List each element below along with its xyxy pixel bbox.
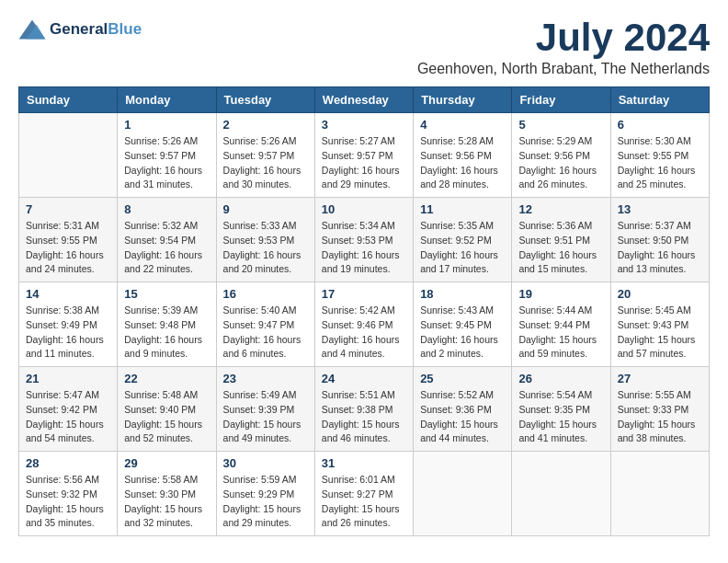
day-info: Sunrise: 5:58 AMSunset: 9:30 PMDaylight:…: [124, 473, 209, 531]
day-info: Sunrise: 6:01 AMSunset: 9:27 PMDaylight:…: [322, 473, 406, 531]
day-number: 1: [124, 118, 209, 132]
weekday-header: Monday: [118, 87, 216, 113]
day-number: 14: [26, 287, 110, 301]
day-number: 23: [223, 372, 308, 385]
day-info: Sunrise: 5:34 AMSunset: 9:53 PMDaylight:…: [322, 219, 406, 277]
calendar-cell: 31Sunrise: 6:01 AMSunset: 9:27 PMDayligh…: [314, 452, 413, 536]
calendar-cell: 26Sunrise: 5:54 AMSunset: 9:35 PMDayligh…: [512, 367, 610, 452]
calendar-cell: 23Sunrise: 5:49 AMSunset: 9:39 PMDayligh…: [216, 367, 314, 452]
calendar-cell: 16Sunrise: 5:40 AMSunset: 9:47 PMDayligh…: [216, 282, 314, 367]
day-info: Sunrise: 5:30 AMSunset: 9:55 PMDaylight:…: [618, 134, 702, 192]
day-number: 11: [420, 202, 505, 216]
weekday-header-row: SundayMondayTuesdayWednesdayThursdayFrid…: [19, 87, 710, 113]
day-number: 26: [518, 372, 603, 385]
day-info: Sunrise: 5:52 AMSunset: 9:36 PMDaylight:…: [420, 388, 505, 446]
calendar-cell: 4Sunrise: 5:28 AMSunset: 9:56 PMDaylight…: [414, 113, 512, 198]
calendar-cell: 1Sunrise: 5:26 AMSunset: 9:57 PMDaylight…: [118, 113, 216, 198]
calendar-week-row: 21Sunrise: 5:47 AMSunset: 9:42 PMDayligh…: [19, 367, 710, 452]
calendar-week-row: 28Sunrise: 5:56 AMSunset: 9:32 PMDayligh…: [19, 452, 710, 536]
day-number: 17: [322, 287, 406, 301]
calendar-cell: 12Sunrise: 5:36 AMSunset: 9:51 PMDayligh…: [512, 198, 610, 282]
day-number: 4: [420, 118, 505, 132]
day-info: Sunrise: 5:47 AMSunset: 9:42 PMDaylight:…: [26, 388, 110, 446]
calendar-week-row: 1Sunrise: 5:26 AMSunset: 9:57 PMDaylight…: [19, 113, 710, 198]
day-info: Sunrise: 5:37 AMSunset: 9:50 PMDaylight:…: [618, 219, 702, 277]
day-number: 13: [618, 202, 702, 216]
calendar-cell: [610, 452, 709, 536]
day-number: 2: [223, 118, 308, 132]
calendar-cell: 29Sunrise: 5:58 AMSunset: 9:30 PMDayligh…: [118, 452, 216, 536]
weekday-header: Friday: [512, 87, 610, 113]
day-info: Sunrise: 5:43 AMSunset: 9:45 PMDaylight:…: [420, 304, 505, 362]
logo-icon: [18, 18, 46, 40]
day-info: Sunrise: 5:33 AMSunset: 9:53 PMDaylight:…: [223, 219, 308, 277]
weekday-header: Sunday: [19, 87, 118, 113]
day-info: Sunrise: 5:32 AMSunset: 9:54 PMDaylight:…: [124, 219, 209, 277]
day-info: Sunrise: 5:31 AMSunset: 9:55 PMDaylight:…: [26, 219, 110, 277]
day-info: Sunrise: 5:55 AMSunset: 9:33 PMDaylight:…: [618, 388, 702, 446]
day-number: 21: [26, 372, 110, 385]
day-number: 25: [420, 372, 505, 385]
calendar-cell: 28Sunrise: 5:56 AMSunset: 9:32 PMDayligh…: [19, 452, 118, 536]
day-info: Sunrise: 5:54 AMSunset: 9:35 PMDaylight:…: [518, 388, 603, 446]
day-number: 9: [223, 202, 308, 216]
day-info: Sunrise: 5:59 AMSunset: 9:29 PMDaylight:…: [223, 473, 308, 531]
calendar-cell: 24Sunrise: 5:51 AMSunset: 9:38 PMDayligh…: [314, 367, 413, 452]
logo-line1: General: [50, 20, 108, 38]
day-number: 27: [618, 372, 702, 385]
day-info: Sunrise: 5:51 AMSunset: 9:38 PMDaylight:…: [322, 388, 406, 446]
day-info: Sunrise: 5:45 AMSunset: 9:43 PMDaylight:…: [618, 304, 702, 362]
calendar-cell: 15Sunrise: 5:39 AMSunset: 9:48 PMDayligh…: [118, 282, 216, 367]
logo-text: GeneralBlue: [50, 20, 142, 39]
day-number: 31: [322, 456, 406, 470]
day-info: Sunrise: 5:29 AMSunset: 9:56 PMDaylight:…: [518, 134, 603, 192]
title-area: July 2024 Geenhoven, North Brabant, The …: [417, 18, 710, 77]
day-info: Sunrise: 5:38 AMSunset: 9:49 PMDaylight:…: [26, 304, 110, 362]
day-info: Sunrise: 5:28 AMSunset: 9:56 PMDaylight:…: [420, 134, 505, 192]
calendar-cell: [512, 452, 610, 536]
calendar-week-row: 14Sunrise: 5:38 AMSunset: 9:49 PMDayligh…: [19, 282, 710, 367]
calendar-cell: 2Sunrise: 5:26 AMSunset: 9:57 PMDaylight…: [216, 113, 314, 198]
day-number: 19: [518, 287, 603, 301]
day-number: 18: [420, 287, 505, 301]
calendar-week-row: 7Sunrise: 5:31 AMSunset: 9:55 PMDaylight…: [19, 198, 710, 282]
calendar-cell: 14Sunrise: 5:38 AMSunset: 9:49 PMDayligh…: [19, 282, 118, 367]
calendar-cell: 8Sunrise: 5:32 AMSunset: 9:54 PMDaylight…: [118, 198, 216, 282]
day-info: Sunrise: 5:39 AMSunset: 9:48 PMDaylight:…: [124, 304, 209, 362]
day-number: 10: [322, 202, 406, 216]
day-info: Sunrise: 5:36 AMSunset: 9:51 PMDaylight:…: [518, 219, 603, 277]
calendar-cell: 7Sunrise: 5:31 AMSunset: 9:55 PMDaylight…: [19, 198, 118, 282]
calendar-table: SundayMondayTuesdayWednesdayThursdayFrid…: [18, 86, 710, 536]
day-number: 15: [124, 287, 209, 301]
calendar-cell: 21Sunrise: 5:47 AMSunset: 9:42 PMDayligh…: [19, 367, 118, 452]
weekday-header: Tuesday: [216, 87, 314, 113]
calendar-cell: 6Sunrise: 5:30 AMSunset: 9:55 PMDaylight…: [610, 113, 709, 198]
day-number: 12: [518, 202, 603, 216]
calendar-cell: 3Sunrise: 5:27 AMSunset: 9:57 PMDaylight…: [314, 113, 413, 198]
day-number: 24: [322, 372, 406, 385]
calendar-cell: 20Sunrise: 5:45 AMSunset: 9:43 PMDayligh…: [610, 282, 709, 367]
calendar-cell: 11Sunrise: 5:35 AMSunset: 9:52 PMDayligh…: [414, 198, 512, 282]
day-info: Sunrise: 5:40 AMSunset: 9:47 PMDaylight:…: [223, 304, 308, 362]
calendar-cell: [414, 452, 512, 536]
day-info: Sunrise: 5:26 AMSunset: 9:57 PMDaylight:…: [223, 134, 308, 192]
day-number: 5: [518, 118, 603, 132]
calendar-cell: 18Sunrise: 5:43 AMSunset: 9:45 PMDayligh…: [414, 282, 512, 367]
month-title: July 2024: [417, 18, 710, 57]
calendar-cell: [19, 113, 118, 198]
day-info: Sunrise: 5:56 AMSunset: 9:32 PMDaylight:…: [26, 473, 110, 531]
calendar-cell: 27Sunrise: 5:55 AMSunset: 9:33 PMDayligh…: [610, 367, 709, 452]
calendar-cell: 25Sunrise: 5:52 AMSunset: 9:36 PMDayligh…: [414, 367, 512, 452]
day-number: 7: [26, 202, 110, 216]
logo: GeneralBlue: [18, 18, 142, 40]
day-info: Sunrise: 5:44 AMSunset: 9:44 PMDaylight:…: [518, 304, 603, 362]
calendar-cell: 5Sunrise: 5:29 AMSunset: 9:56 PMDaylight…: [512, 113, 610, 198]
day-number: 29: [124, 456, 209, 470]
weekday-header: Wednesday: [314, 87, 413, 113]
calendar-cell: 10Sunrise: 5:34 AMSunset: 9:53 PMDayligh…: [314, 198, 413, 282]
logo-line2: Blue: [108, 20, 142, 38]
day-number: 22: [124, 372, 209, 385]
day-info: Sunrise: 5:26 AMSunset: 9:57 PMDaylight:…: [124, 134, 209, 192]
day-info: Sunrise: 5:35 AMSunset: 9:52 PMDaylight:…: [420, 219, 505, 277]
day-number: 20: [618, 287, 702, 301]
